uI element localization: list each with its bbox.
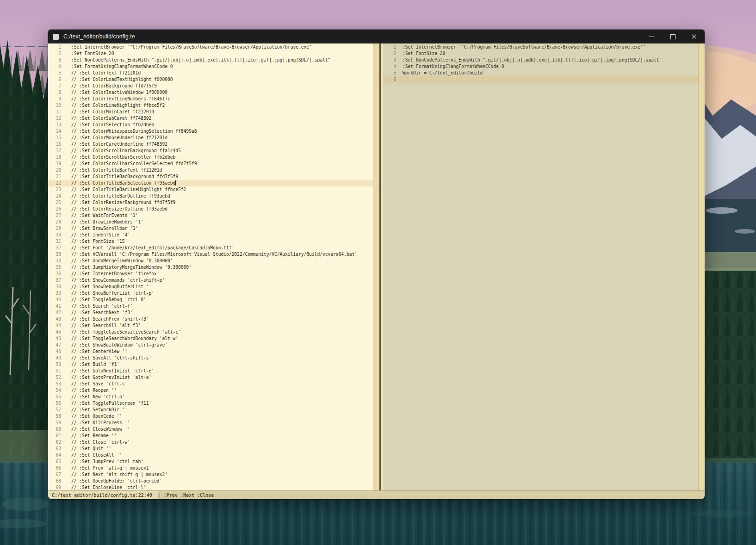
code-line[interactable]: 13// :Set ColorSelection ffb2dbeb [48, 122, 373, 128]
code-line[interactable]: 63// :Set Quit '' [48, 446, 373, 452]
code-line[interactable]: 56// :Set ToggleFullscreen 'f11' [48, 400, 373, 407]
code-line[interactable]: 32// :Set Font '/home/krz/text_editor/pa… [48, 245, 373, 251]
code-line[interactable]: 66// :Set Prev 'alt-q | mousex1' [48, 465, 373, 471]
code-line[interactable]: 5// :Set ColorText ff21201d [48, 70, 373, 76]
code-line[interactable]: 39// :Set ShowBufferList 'ctrl-p' [48, 290, 373, 297]
code-line[interactable]: 4:Set FormatUsingClangFormatWhenCCode 0 [48, 63, 373, 70]
code-text: // :Set ToggleFullscreen 'f11' [71, 400, 151, 407]
code-line[interactable]: 26// :Set ColorResizerOutline ff93aebd [48, 206, 373, 212]
editor-pane-right[interactable]: 1:Set InternetBrowser '"C:/Program Files… [383, 43, 698, 490]
code-line[interactable]: 58// :Set OpenCode '' [48, 413, 373, 420]
code-line[interactable]: 52// :Set GotoPrevInList 'alt-e' [48, 374, 373, 381]
code-line[interactable]: 25// :Set ColorResizerBackground ffd7f5f… [48, 199, 373, 206]
code-line[interactable]: 19// :Set ColorScrollbarScrollerSelected… [48, 161, 373, 167]
minimize-button[interactable] [641, 30, 662, 43]
code-line[interactable]: 7// :Set ColorBackground ffd7f5f9 [48, 83, 373, 89]
code-line[interactable]: 35// :Set JumpHistoryMergeTimeWindow '0.… [48, 264, 373, 271]
code-line[interactable]: 60// :Set CloseWindow '' [48, 426, 373, 433]
code-line[interactable]: 18// :Set ColorScrollbarScroller ffb2dbe… [48, 154, 373, 161]
code-line[interactable]: 49// :Set SaveAll 'ctrl-shift-s' [48, 355, 373, 361]
window-titlebar[interactable]: C:/text_editor/build/config.te [48, 30, 705, 43]
line-number: 63 [48, 446, 61, 452]
code-line[interactable]: 6 [383, 76, 698, 83]
code-line[interactable]: 64// :Set CloseAll '' [48, 452, 373, 458]
code-line[interactable]: 20// :Set ColorTitleBarText ff21201d [48, 167, 373, 173]
code-line[interactable]: 51// :Set GotoNextInList 'ctrl-e' [48, 368, 373, 374]
code-line[interactable]: 43// :Set SearchPrev 'shift-f3' [48, 316, 373, 322]
code-text: // :Set ColorResizerOutline ff93aebd [71, 206, 167, 212]
code-text: // :Set Rename '' [71, 433, 117, 439]
code-line[interactable]: 4:Set FormatUsingClangFormatWhenCCode 0 [383, 63, 698, 70]
code-text: // :Set UndoMergeTimeWindow '0.300000' [71, 258, 173, 264]
pane-divider[interactable] [379, 43, 383, 490]
code-line[interactable]: 53// :Set Save 'ctrl-s' [48, 381, 373, 387]
code-line[interactable]: 12// :Set ColorSubCaret ff748392 [48, 115, 373, 122]
code-line[interactable]: 36// :Set InternetBrowser 'firefox' [48, 271, 373, 277]
code-line[interactable]: 17// :Set ColorScrollbarBackground ffa1c… [48, 148, 373, 154]
code-line[interactable]: 16// :Set ColorCaretUnderline ff748392 [48, 141, 373, 148]
code-line[interactable]: 65// :Set JumpPrev 'ctrl-tab' [48, 458, 373, 465]
code-line[interactable]: 55// :Set New 'ctrl-n' [48, 394, 373, 400]
code-line[interactable]: 2:Set FontSize 20 [48, 50, 373, 57]
left-pane-scrollbar[interactable] [373, 43, 379, 490]
code-text: // :Set Prev 'alt-q | mousex1' [71, 465, 151, 471]
code-line[interactable]: 3:Set NonCodePatterns_EndsWith ".git/|.o… [48, 57, 373, 63]
maximize-button[interactable] [662, 30, 683, 43]
code-text: // :Set ColorScrollbarScrollerSelected f… [71, 161, 197, 167]
line-number: 36 [48, 271, 61, 277]
status-commands[interactable]: :Prev :Next :Close [164, 493, 214, 498]
code-line[interactable]: 44// :Set SearchAll 'alt-f3' [48, 322, 373, 329]
code-line[interactable]: 38// :Set ShowDebugBufferList '' [48, 284, 373, 290]
code-line[interactable]: 24// :Set ColorTitleBarOutline ff93aebd [48, 193, 373, 199]
code-line[interactable]: 6// :Set ColorLoadTextHighlight f000000 [48, 76, 373, 83]
code-line[interactable]: 2:Set FontSize 20 [383, 50, 698, 57]
code-line[interactable]: 68// :Set OpenUpFolder 'ctrl-period' [48, 478, 373, 484]
editor-pane-left[interactable]: 1:Set InternetBrowser '"C:/Program Files… [48, 43, 373, 490]
code-line[interactable]: 11// :Set ColorMainCaret ff21201d [48, 109, 373, 115]
line-number: 15 [48, 135, 61, 141]
code-line[interactable]: 34// :Set UndoMergeTimeWindow '0.300000' [48, 258, 373, 264]
code-line[interactable]: 50// :Set Build 'f1' [48, 361, 373, 368]
code-line[interactable]: 28// :Set DrawLineNumbers '1' [48, 219, 373, 225]
code-line[interactable]: 10// :Set ColorLineHighlight ffbce5f2 [48, 102, 373, 109]
code-line[interactable]: 22// :Set ColorTitleBarSelection ff93aeb… [48, 180, 373, 186]
line-number: 30 [48, 232, 61, 238]
code-line[interactable]: 47// :Set ShowBuildWindow 'ctrl-grave' [48, 342, 373, 348]
code-line[interactable]: 67// :Set Next 'alt-shift-q | mousex2' [48, 471, 373, 478]
line-number: 6 [383, 76, 396, 83]
code-line[interactable]: 1:Set InternetBrowser '"C:/Program Files… [48, 44, 373, 50]
code-line[interactable]: 14// :Set ColorWhitespaceDuringSelection… [48, 128, 373, 135]
code-line[interactable]: 33// :Set VCVarsall 'C:/Program Files/Mi… [48, 251, 373, 258]
line-number: 38 [48, 284, 61, 290]
code-line[interactable]: 23// :Set ColorTitleBarLineHighlight ffb… [48, 186, 373, 193]
code-line[interactable]: 59// :Set KillProcess '' [48, 420, 373, 426]
code-line[interactable]: 8// :Set ColorInactiveWindow 1f000000 [48, 89, 373, 96]
code-line[interactable]: 57// :Set SetWorkDir '' [48, 407, 373, 413]
code-line[interactable]: 41// :Set Search 'ctrl-f' [48, 303, 373, 310]
code-line[interactable]: 9// :Set ColorTextLineNumbers ff646f7c [48, 96, 373, 102]
code-line[interactable]: 61// :Set Rename '' [48, 433, 373, 439]
code-line[interactable]: 62// :Set Close 'ctrl-w' [48, 439, 373, 446]
code-line[interactable]: 30// :Set IndentSize '4' [48, 232, 373, 238]
code-line[interactable]: 3:Set NonCodePatterns_EndsWith ".git/|.o… [383, 57, 698, 63]
code-line[interactable]: 69// :Set EncloseLine 'ctrl-l' [48, 484, 373, 490]
close-button[interactable] [683, 30, 705, 43]
code-line[interactable]: 42// :Set SearchNext 'f3' [48, 310, 373, 316]
code-line[interactable]: 21// :Set ColorTitleBarBackground ffd7f5… [48, 173, 373, 180]
code-line[interactable]: 37// :Set ShowCommands 'ctrl-shift-p' [48, 277, 373, 284]
code-line[interactable]: 45// :Set ToggleCaseSensitiveSearch 'alt… [48, 329, 373, 335]
code-line[interactable]: 27// :Set WaitForEvents '1' [48, 212, 373, 219]
code-text: :Set FontSize 20 [403, 50, 445, 57]
code-line[interactable]: 40// :Set ToggleDebug 'ctrl-0' [48, 297, 373, 303]
code-line[interactable]: 5WorkDir = C:/text_editor/build [383, 70, 698, 76]
code-line[interactable]: 48// :Set CenterView '' [48, 348, 373, 355]
code-line[interactable]: 15// :Set ColorMouseUnderline ff21201d [48, 135, 373, 141]
code-line[interactable]: 1:Set InternetBrowser '"C:/Program Files… [383, 44, 698, 50]
code-line[interactable]: 31// :Set FontSize '15' [48, 238, 373, 245]
code-line[interactable]: 29// :Set DrawScrollbar '1' [48, 225, 373, 232]
code-line[interactable]: 46// :Set ToggleSearchWordBoundary 'alt-… [48, 335, 373, 342]
line-number: 21 [48, 173, 61, 180]
code-line[interactable]: 54// :Set Reopen '' [48, 387, 373, 394]
line-number: 32 [48, 245, 61, 251]
right-pane-scrollbar[interactable] [698, 43, 705, 490]
